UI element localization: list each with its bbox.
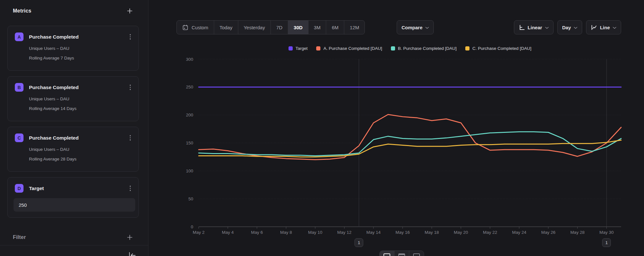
chart-medium-icon: [398, 253, 405, 256]
chart-legend: Target A. Purchase Completed [DAU] B. Pu…: [199, 46, 621, 51]
metric-badge: C: [15, 133, 24, 142]
range-option-7d[interactable]: 7D: [271, 21, 288, 34]
range-option-12m[interactable]: 12M: [344, 21, 365, 34]
svg-text:100: 100: [186, 169, 193, 173]
svg-text:May 6: May 6: [251, 230, 263, 235]
chart-large-icon: [413, 253, 420, 256]
metric-card-b[interactable]: B Purchase Completed Unique Users – DAU …: [7, 76, 139, 121]
filter-title: Filter: [13, 234, 26, 240]
metric-menu-icon[interactable]: [128, 33, 133, 41]
metric-card-a[interactable]: A Purchase Completed Unique Users – DAU …: [7, 26, 139, 71]
chart-small-icon: [384, 253, 390, 256]
svg-text:200: 200: [186, 113, 193, 117]
svg-text:50: 50: [188, 197, 193, 201]
chevron-down-icon: [613, 27, 616, 29]
legend-item-target[interactable]: Target: [289, 46, 308, 51]
line-chart-icon: [591, 24, 597, 31]
legend-swatch: [465, 46, 469, 50]
chart-options-toolbar: Linear Day Line: [514, 20, 621, 34]
chevron-down-icon: [425, 27, 429, 29]
chart-size-large-button[interactable]: [409, 251, 424, 256]
linear-scale-icon: [519, 24, 525, 31]
range-option-6m[interactable]: 6M: [326, 21, 344, 34]
date-range-toolbar: Custom Today Yesterday 7D 30D 3M 6M 12M: [176, 20, 365, 34]
target-menu-icon[interactable]: [128, 184, 133, 192]
legend-swatch: [391, 46, 395, 50]
svg-text:May 26: May 26: [541, 230, 555, 235]
svg-text:May 2: May 2: [193, 230, 205, 235]
annotation-badge[interactable]: 1: [602, 238, 611, 247]
metric-menu-icon[interactable]: [128, 134, 133, 142]
metric-measurement: Unique Users – DAU: [29, 147, 133, 152]
svg-text:May 8: May 8: [280, 230, 292, 235]
metric-badge: D: [15, 184, 24, 193]
chart-size-small-button[interactable]: [380, 251, 394, 256]
chart-size-medium-button[interactable]: [394, 251, 409, 256]
scale-select-button[interactable]: Linear: [514, 20, 554, 34]
svg-text:150: 150: [186, 141, 193, 145]
metric-transform: Rolling Average 14 Days: [29, 106, 133, 111]
svg-text:May 14: May 14: [366, 230, 381, 235]
metrics-header: Metrics: [13, 8, 133, 14]
metric-badge: A: [15, 32, 24, 41]
metric-measurement: Unique Users – DAU: [29, 96, 133, 101]
sidebar-divider: [0, 245, 148, 245]
date-range-segmented-control: Custom Today Yesterday 7D 30D 3M 6M 12M: [176, 20, 365, 34]
chevron-down-icon: [574, 27, 577, 29]
chevron-down-icon: [545, 27, 549, 29]
svg-text:May 12: May 12: [337, 230, 351, 235]
range-option-today[interactable]: Today: [214, 21, 238, 34]
svg-text:May 20: May 20: [454, 230, 468, 235]
add-filter-icon[interactable]: [127, 234, 133, 241]
chart-series-lines: [199, 87, 621, 160]
range-option-30d[interactable]: 30D: [288, 21, 308, 34]
calendar-icon: [182, 24, 188, 31]
chart-size-toolbar: [379, 251, 424, 256]
svg-text:May 18: May 18: [425, 230, 439, 235]
range-option-custom[interactable]: Custom: [177, 21, 214, 34]
svg-text:May 24: May 24: [512, 230, 526, 235]
svg-text:May 22: May 22: [483, 230, 497, 235]
metric-title: Purchase Completed: [29, 34, 128, 40]
legend-item-a[interactable]: A. Purchase Completed [DAU]: [316, 46, 382, 51]
app-window: Metrics A Purchase Completed Unique User…: [0, 0, 644, 256]
chart-panel: 050100150200250300May 2May 4May 6May 8Ma…: [148, 0, 644, 256]
svg-text:May 10: May 10: [308, 230, 322, 235]
metrics-sidebar: Metrics A Purchase Completed Unique User…: [0, 0, 148, 256]
target-title: Target: [29, 186, 128, 191]
metric-transform: Rolling Average 7 Days: [29, 56, 133, 60]
svg-text:0: 0: [191, 224, 193, 229]
target-card[interactable]: D Target: [7, 177, 139, 218]
legend-swatch: [289, 46, 293, 50]
metric-menu-icon[interactable]: [128, 83, 133, 91]
legend-item-b[interactable]: B. Purchase Completed [DAU]: [391, 46, 457, 51]
filter-header: Filter: [13, 234, 133, 241]
legend-item-c[interactable]: C. Purchase Completed [DAU]: [465, 46, 531, 51]
svg-text:300: 300: [186, 57, 193, 62]
add-metric-icon[interactable]: [127, 8, 133, 14]
chart-canvas[interactable]: 050100150200250300May 2May 4May 6May 8Ma…: [148, 0, 644, 256]
metric-card-c[interactable]: C Purchase Completed Unique Users – DAU …: [7, 127, 139, 172]
chart-type-select-button[interactable]: Line: [586, 20, 621, 34]
svg-text:May 4: May 4: [222, 230, 234, 235]
target-value-input[interactable]: [14, 198, 135, 212]
granularity-select-button[interactable]: Day: [557, 20, 582, 34]
legend-swatch: [316, 46, 320, 50]
svg-text:May 30: May 30: [600, 230, 614, 235]
metric-title: Purchase Completed: [29, 85, 128, 90]
svg-text:May 28: May 28: [570, 230, 584, 235]
chart-axis-labels: 050100150200250300May 2May 4May 6May 8Ma…: [186, 57, 613, 235]
metric-measurement: Unique Users – DAU: [29, 46, 133, 51]
collapse-sidebar-icon[interactable]: [128, 251, 137, 256]
metric-title: Purchase Completed: [29, 135, 128, 141]
compare-button[interactable]: Compare: [397, 20, 434, 34]
svg-text:250: 250: [186, 85, 193, 89]
range-option-3m[interactable]: 3M: [308, 21, 327, 34]
annotation-badge[interactable]: 1: [355, 238, 363, 247]
svg-text:May 16: May 16: [395, 230, 410, 235]
range-option-yesterday[interactable]: Yesterday: [238, 21, 271, 34]
metric-badge: B: [15, 83, 24, 92]
metric-transform: Rolling Average 28 Days: [29, 157, 133, 161]
metrics-title: Metrics: [13, 8, 31, 14]
